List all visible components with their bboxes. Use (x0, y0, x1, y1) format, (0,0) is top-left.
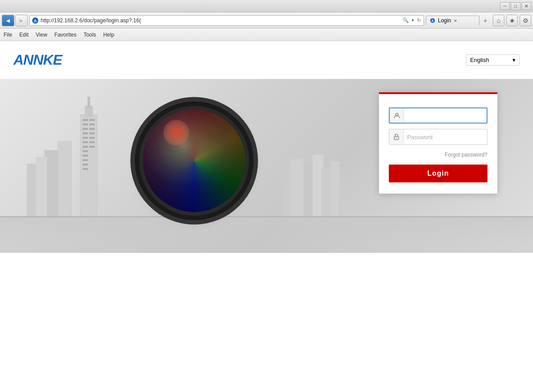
svg-rect-12 (83, 137, 88, 139)
menu-help[interactable]: Help (103, 32, 114, 38)
svg-rect-8 (83, 119, 88, 121)
svg-text:A: A (34, 19, 37, 23)
svg-rect-19 (83, 168, 88, 170)
svg-rect-21 (89, 124, 95, 125)
nav-bar: ◄ ► A http://192.168.2.6/doc/page/login.… (0, 12, 533, 29)
chevron-down-icon: ▾ (512, 57, 516, 63)
close-button[interactable]: ✕ (521, 2, 531, 10)
maximize-button[interactable]: □ (511, 2, 521, 10)
password-field-container (389, 129, 487, 145)
svg-rect-14 (83, 146, 88, 148)
menu-tools[interactable]: Tools (83, 32, 96, 38)
site-header: ANNKE English ▾ (0, 41, 533, 79)
settings-button[interactable]: ⚙ (520, 15, 531, 26)
back-button[interactable]: ◄ (2, 15, 14, 26)
menu-toolbar: File Edit View Favorites Tools Help (0, 29, 533, 41)
menu-file[interactable]: File (4, 32, 12, 38)
svg-rect-15 (83, 150, 88, 152)
search-address-icon[interactable]: 🔍 (402, 17, 410, 23)
svg-rect-38 (0, 217, 533, 244)
minimize-button[interactable]: ─ (500, 2, 510, 10)
username-field-container (389, 107, 487, 124)
tab-favicon: A (430, 18, 435, 23)
svg-rect-25 (89, 141, 95, 143)
favorites-button[interactable]: ★ (506, 15, 518, 26)
svg-rect-10 (83, 128, 88, 130)
svg-rect-24 (89, 137, 95, 139)
menu-edit[interactable]: Edit (19, 32, 29, 38)
language-value: English (470, 57, 489, 63)
address-favicon: A (32, 17, 39, 24)
active-tab: A Login ✕ (426, 16, 479, 25)
svg-rect-11 (83, 132, 88, 134)
nav-right-icons: ⌂ ★ ⚙ (493, 15, 531, 26)
address-text: http://192.168.2.6/doc/page/login.asp?.1… (41, 17, 402, 24)
tab-label: Login (438, 17, 451, 24)
address-bar[interactable]: A http://192.168.2.6/doc/page/login.asp?… (29, 15, 424, 26)
user-icon (390, 108, 404, 123)
svg-rect-23 (89, 132, 95, 134)
svg-rect-26 (89, 146, 95, 148)
svg-rect-7 (87, 97, 90, 108)
login-button[interactable]: Login (389, 165, 487, 182)
svg-rect-30 (36, 157, 47, 217)
brand-logo: ANNKE (13, 52, 62, 68)
svg-rect-37 (0, 216, 533, 217)
svg-rect-22 (89, 128, 95, 130)
svg-rect-36 (330, 161, 339, 217)
new-tab-button[interactable]: + (480, 16, 490, 25)
page-content: ANNKE English ▾ (0, 41, 533, 380)
tab-close-button[interactable]: ✕ (454, 18, 457, 23)
language-selector[interactable]: English ▾ (466, 54, 520, 66)
forward-button[interactable]: ► (15, 15, 28, 26)
svg-rect-20 (89, 119, 95, 121)
svg-point-41 (396, 138, 397, 139)
dropdown-address-icon[interactable]: ▾ (411, 17, 415, 23)
username-input[interactable] (404, 108, 487, 123)
home-button[interactable]: ⌂ (493, 15, 504, 26)
svg-rect-28 (58, 141, 71, 217)
window-controls: ─ □ ✕ (500, 2, 531, 10)
camera-lens-illustration (143, 110, 246, 212)
svg-rect-13 (83, 141, 88, 143)
forgot-password-container: Forgot password? (389, 150, 487, 158)
menu-favorites[interactable]: Favorites (54, 32, 76, 38)
forgot-password-link[interactable]: Forgot password? (445, 152, 487, 158)
below-hero-section (0, 253, 533, 378)
title-bar: ─ □ ✕ (0, 0, 533, 12)
menu-view[interactable]: View (36, 32, 47, 38)
refresh-icon[interactable]: ↻ (416, 17, 422, 23)
svg-rect-16 (83, 155, 88, 157)
svg-rect-18 (83, 164, 88, 165)
svg-rect-17 (83, 159, 88, 161)
svg-rect-32 (290, 159, 304, 217)
svg-text:A: A (432, 19, 434, 22)
hero-section: Forgot password? Login (0, 79, 533, 253)
login-panel: Forgot password? Login (379, 92, 497, 194)
address-icons: 🔍 ▾ ↻ (402, 17, 422, 23)
svg-rect-9 (83, 124, 88, 125)
lock-icon (389, 129, 404, 144)
password-input[interactable] (404, 129, 487, 144)
svg-rect-5 (80, 115, 97, 217)
